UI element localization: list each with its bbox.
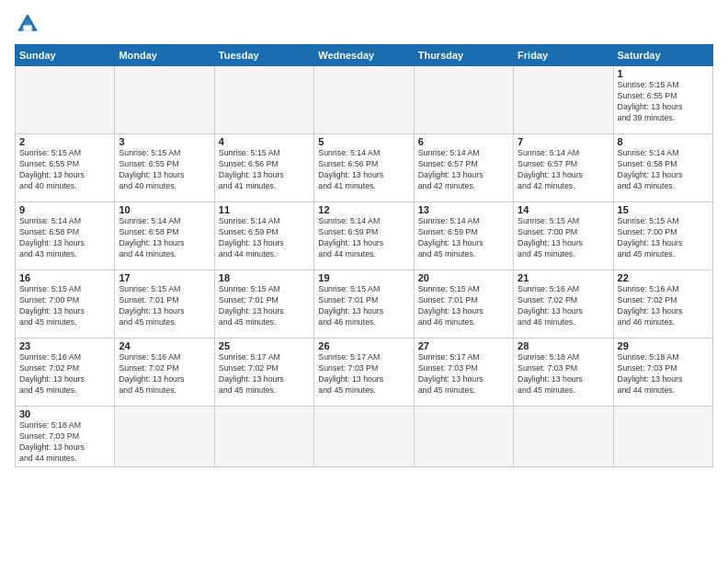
logo <box>15 11 44 37</box>
calendar-cell: 3Sunrise: 5:15 AMSunset: 6:55 PMDaylight… <box>115 134 214 202</box>
weekday-header-sunday: Sunday <box>16 45 115 66</box>
calendar-cell <box>414 66 513 134</box>
day-info: Sunrise: 5:18 AMSunset: 7:03 PMDaylight:… <box>618 352 709 396</box>
svg-rect-2 <box>23 26 31 31</box>
calendar-cell: 1Sunrise: 5:15 AMSunset: 6:55 PMDaylight… <box>613 66 712 134</box>
calendar-cell <box>214 407 313 467</box>
day-number: 4 <box>219 136 310 147</box>
weekday-header-tuesday: Tuesday <box>214 45 313 66</box>
day-number: 15 <box>618 204 709 215</box>
day-info: Sunrise: 5:15 AMSunset: 6:55 PMDaylight:… <box>19 148 110 192</box>
day-number: 21 <box>518 272 609 283</box>
calendar-cell: 19Sunrise: 5:15 AMSunset: 7:01 PMDayligh… <box>314 270 414 339</box>
day-number: 14 <box>518 204 609 215</box>
calendar-cell <box>214 66 313 134</box>
day-number: 9 <box>19 204 110 215</box>
day-info: Sunrise: 5:16 AMSunset: 7:02 PMDaylight:… <box>19 352 110 396</box>
calendar-table: SundayMondayTuesdayWednesdayThursdayFrid… <box>15 44 713 467</box>
calendar-cell: 11Sunrise: 5:14 AMSunset: 6:59 PMDayligh… <box>214 202 313 270</box>
calendar-row-2: 9Sunrise: 5:14 AMSunset: 6:58 PMDaylight… <box>16 202 713 270</box>
day-info: Sunrise: 5:14 AMSunset: 6:58 PMDaylight:… <box>618 148 709 192</box>
calendar-cell: 27Sunrise: 5:17 AMSunset: 7:03 PMDayligh… <box>414 339 513 407</box>
day-number: 2 <box>19 136 110 147</box>
day-number: 22 <box>618 272 709 283</box>
calendar-cell: 25Sunrise: 5:17 AMSunset: 7:02 PMDayligh… <box>214 339 313 407</box>
day-number: 28 <box>518 340 609 351</box>
day-info: Sunrise: 5:14 AMSunset: 6:59 PMDaylight:… <box>219 216 310 260</box>
day-number: 3 <box>119 136 210 147</box>
day-info: Sunrise: 5:15 AMSunset: 7:00 PMDaylight:… <box>19 284 110 328</box>
day-number: 25 <box>219 340 310 351</box>
day-info: Sunrise: 5:14 AMSunset: 6:59 PMDaylight:… <box>418 216 509 260</box>
day-info: Sunrise: 5:16 AMSunset: 7:02 PMDaylight:… <box>518 284 609 328</box>
day-info: Sunrise: 5:15 AMSunset: 7:01 PMDaylight:… <box>418 284 509 328</box>
calendar-cell: 8Sunrise: 5:14 AMSunset: 6:58 PMDaylight… <box>613 134 712 202</box>
header <box>15 11 713 37</box>
calendar-cell: 7Sunrise: 5:14 AMSunset: 6:57 PMDaylight… <box>514 134 613 202</box>
calendar-cell: 16Sunrise: 5:15 AMSunset: 7:00 PMDayligh… <box>16 270 115 339</box>
day-info: Sunrise: 5:15 AMSunset: 7:00 PMDaylight:… <box>618 216 709 260</box>
calendar-cell: 20Sunrise: 5:15 AMSunset: 7:01 PMDayligh… <box>414 270 513 339</box>
calendar-cell <box>514 66 613 134</box>
calendar-cell: 29Sunrise: 5:18 AMSunset: 7:03 PMDayligh… <box>613 339 712 407</box>
weekday-header-friday: Friday <box>514 45 613 66</box>
logo-icon <box>15 11 40 37</box>
day-info: Sunrise: 5:15 AMSunset: 7:01 PMDaylight:… <box>318 284 409 328</box>
day-info: Sunrise: 5:14 AMSunset: 6:57 PMDaylight:… <box>518 148 609 192</box>
day-number: 13 <box>418 204 509 215</box>
day-number: 10 <box>119 204 210 215</box>
calendar-cell: 15Sunrise: 5:15 AMSunset: 7:00 PMDayligh… <box>613 202 712 270</box>
day-info: Sunrise: 5:17 AMSunset: 7:02 PMDaylight:… <box>219 352 310 396</box>
weekday-header-wednesday: Wednesday <box>314 45 414 66</box>
day-number: 16 <box>19 272 110 283</box>
calendar-cell: 6Sunrise: 5:14 AMSunset: 6:57 PMDaylight… <box>414 134 513 202</box>
day-info: Sunrise: 5:16 AMSunset: 7:02 PMDaylight:… <box>119 352 210 396</box>
calendar-row-0: 1Sunrise: 5:15 AMSunset: 6:55 PMDaylight… <box>16 66 713 134</box>
calendar-row-5: 30Sunrise: 5:18 AMSunset: 7:03 PMDayligh… <box>16 407 713 467</box>
calendar-cell: 5Sunrise: 5:14 AMSunset: 6:56 PMDaylight… <box>314 134 414 202</box>
calendar-cell: 13Sunrise: 5:14 AMSunset: 6:59 PMDayligh… <box>414 202 513 270</box>
weekday-header-thursday: Thursday <box>414 45 513 66</box>
day-number: 24 <box>119 340 210 351</box>
calendar-cell <box>16 66 115 134</box>
calendar-cell: 18Sunrise: 5:15 AMSunset: 7:01 PMDayligh… <box>214 270 313 339</box>
calendar-cell <box>314 66 414 134</box>
day-number: 30 <box>19 408 110 419</box>
day-number: 12 <box>318 204 409 215</box>
calendar-cell <box>115 66 214 134</box>
calendar-cell: 4Sunrise: 5:15 AMSunset: 6:56 PMDaylight… <box>214 134 313 202</box>
day-number: 23 <box>19 340 110 351</box>
calendar-cell: 10Sunrise: 5:14 AMSunset: 6:58 PMDayligh… <box>115 202 214 270</box>
page: SundayMondayTuesdayWednesdayThursdayFrid… <box>0 0 728 563</box>
calendar-header-row: SundayMondayTuesdayWednesdayThursdayFrid… <box>16 45 713 66</box>
day-number: 6 <box>418 136 509 147</box>
day-info: Sunrise: 5:15 AMSunset: 6:55 PMDaylight:… <box>119 148 210 192</box>
day-info: Sunrise: 5:14 AMSunset: 6:58 PMDaylight:… <box>119 216 210 260</box>
day-number: 20 <box>418 272 509 283</box>
calendar-cell: 2Sunrise: 5:15 AMSunset: 6:55 PMDaylight… <box>16 134 115 202</box>
calendar-cell <box>613 407 712 467</box>
day-info: Sunrise: 5:15 AMSunset: 6:55 PMDaylight:… <box>618 80 709 124</box>
day-info: Sunrise: 5:14 AMSunset: 6:59 PMDaylight:… <box>318 216 409 260</box>
calendar-cell: 24Sunrise: 5:16 AMSunset: 7:02 PMDayligh… <box>115 339 214 407</box>
day-number: 8 <box>618 136 709 147</box>
day-info: Sunrise: 5:16 AMSunset: 7:02 PMDaylight:… <box>618 284 709 328</box>
calendar-cell <box>514 407 613 467</box>
day-info: Sunrise: 5:18 AMSunset: 7:03 PMDaylight:… <box>19 420 110 465</box>
day-info: Sunrise: 5:15 AMSunset: 7:00 PMDaylight:… <box>518 216 609 260</box>
calendar-cell: 23Sunrise: 5:16 AMSunset: 7:02 PMDayligh… <box>16 339 115 407</box>
calendar-cell: 21Sunrise: 5:16 AMSunset: 7:02 PMDayligh… <box>514 270 613 339</box>
day-number: 1 <box>618 68 709 79</box>
day-info: Sunrise: 5:15 AMSunset: 6:56 PMDaylight:… <box>219 148 310 192</box>
calendar-cell <box>414 407 513 467</box>
calendar-cell: 28Sunrise: 5:18 AMSunset: 7:03 PMDayligh… <box>514 339 613 407</box>
weekday-header-monday: Monday <box>115 45 214 66</box>
day-number: 17 <box>119 272 210 283</box>
day-info: Sunrise: 5:17 AMSunset: 7:03 PMDaylight:… <box>318 352 409 396</box>
day-number: 26 <box>318 340 409 351</box>
calendar-row-1: 2Sunrise: 5:15 AMSunset: 6:55 PMDaylight… <box>16 134 713 202</box>
day-info: Sunrise: 5:14 AMSunset: 6:57 PMDaylight:… <box>418 148 509 192</box>
day-number: 11 <box>219 204 310 215</box>
day-info: Sunrise: 5:17 AMSunset: 7:03 PMDaylight:… <box>418 352 509 396</box>
calendar-cell: 26Sunrise: 5:17 AMSunset: 7:03 PMDayligh… <box>314 339 414 407</box>
